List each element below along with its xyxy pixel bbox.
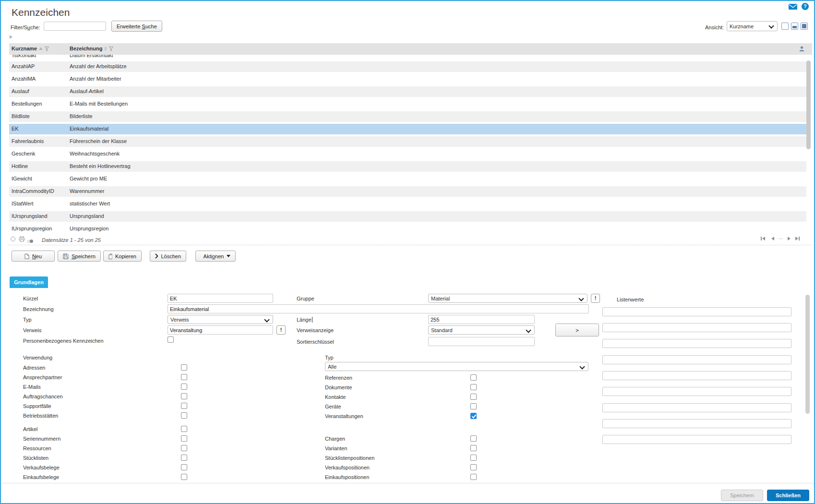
last-page-button[interactable] [795, 237, 800, 240]
gruppe-warning-button[interactable]: ! [591, 294, 600, 303]
table-row[interactable]: AnzahlAPAnzahl der Arbeitsplätze [9, 60, 806, 73]
cell-bezeichnung: Führerschein der Klasse [70, 138, 127, 144]
loeschen-button[interactable]: Löschen [150, 251, 186, 262]
listenwerte-input[interactable] [602, 307, 791, 316]
table-row[interactable]: IUrsprungsregionUrsprungsregion [9, 223, 806, 235]
view-select[interactable]: Kurzname [727, 21, 778, 31]
checkbox-emails[interactable] [181, 384, 187, 390]
cell-bezeichnung: Besteht ein Hotlinevertrag [70, 163, 131, 169]
table-scrollbar-thumb[interactable] [806, 60, 811, 149]
table-row[interactable]: AuslaufAuslauf-Artikel [9, 85, 806, 98]
checkbox-adressen[interactable] [181, 364, 187, 371]
checkbox-stuecklisten[interactable] [181, 455, 187, 461]
neu-button[interactable]: Neu [12, 251, 55, 262]
column-config-person-icon[interactable] [799, 46, 805, 52]
typ-select[interactable]: Verweis [168, 315, 273, 324]
sortierschluessel-input[interactable] [428, 337, 535, 346]
verweis-warning-button[interactable]: ! [276, 325, 286, 335]
table-row[interactable]: BestellungenE-Mails mit Bestellungen [9, 98, 806, 110]
listenwerte-input[interactable] [602, 435, 791, 444]
listenwerte-input[interactable] [602, 355, 791, 364]
checkbox-auftragschancen[interactable] [181, 393, 187, 399]
speichern-button[interactable]: Speichern [58, 251, 101, 262]
kuerzel-input[interactable] [168, 294, 273, 303]
column-header-bezeichnung[interactable]: Bezeichnung [70, 46, 113, 51]
checkbox-dokumente[interactable] [470, 384, 477, 390]
checkbox-betriebsstaetten[interactable] [181, 412, 187, 419]
view-mode-detail-icon[interactable] [801, 23, 808, 30]
aktionen-button[interactable]: Aktionen [195, 251, 236, 262]
checkbox-einkaufsbelege[interactable] [181, 474, 187, 480]
mail-icon[interactable] [789, 4, 797, 10]
transfer-listenwerte-button[interactable]: > [555, 324, 599, 336]
first-page-button[interactable] [761, 237, 765, 240]
footer-speichern-button[interactable]: Speichern [721, 490, 763, 501]
checkbox-ansprechpartner[interactable] [181, 374, 187, 380]
cell-bezeichnung: Weihnachtsgeschenk [70, 151, 120, 156]
collapse-arrow-icon[interactable] [10, 35, 12, 39]
sort-both-icon[interactable] [104, 47, 107, 51]
checkbox-veranstaltungen[interactable] [470, 413, 477, 419]
checkbox-verkaufspositionen[interactable] [470, 464, 477, 470]
prev-page-button[interactable] [771, 237, 774, 240]
laenge-input[interactable] [428, 315, 535, 324]
view-mode-split-icon[interactable] [791, 23, 798, 30]
table-row[interactable]: FahrerlaubnisFührerschein der Klasse [9, 135, 806, 148]
filter-funnel-icon[interactable] [109, 47, 113, 51]
table-row[interactable]: HotlineBesteht ein Hotlinevertrag [9, 160, 806, 173]
filter-search-input[interactable] [44, 22, 106, 31]
help-icon[interactable]: ? [802, 3, 809, 10]
listenwerte-input[interactable] [602, 387, 791, 396]
table-row[interactable]: IUrsprungslandUrsprungsland [9, 210, 806, 223]
column-header-kurzname[interactable]: Kurzname [12, 46, 49, 51]
table-row-clipped[interactable]: TstKontakt Datum Erstkontakt [9, 55, 806, 60]
checkbox-kontakte[interactable] [470, 394, 477, 400]
checkbox-artikel[interactable] [181, 426, 187, 432]
table-header: Kurzname Bezeichnung [9, 43, 812, 55]
page-ellipsis[interactable]: ... [779, 234, 783, 240]
listenwerte-input[interactable] [602, 323, 791, 332]
table-row[interactable]: BildlisteBilderliste [9, 110, 806, 123]
checkbox-ressourcen[interactable] [181, 445, 187, 451]
laenge-label: Länge [297, 316, 312, 323]
checkbox-chargen[interactable] [470, 435, 477, 442]
listenwerte-input[interactable] [602, 339, 791, 348]
tab-grundlagen[interactable]: Grundlagen [10, 276, 48, 288]
next-page-button[interactable] [788, 237, 791, 240]
footer-schliessen-button[interactable]: Schließen [767, 490, 809, 501]
form-scrollbar-thumb[interactable] [805, 295, 810, 414]
advanced-search-button[interactable]: Erweiterte Suche [111, 21, 162, 32]
verweis-input[interactable] [168, 325, 273, 335]
table-row[interactable]: IGewichtGewicht pro ME [9, 173, 806, 185]
table-row[interactable]: IntraCommodityIDWarennummer [9, 185, 806, 198]
listenwerte-input[interactable] [602, 419, 791, 428]
checkbox-personenbezogen[interactable] [168, 336, 174, 343]
verweisanzeige-select[interactable]: Standard [428, 325, 535, 335]
checkbox-geraete[interactable] [470, 403, 477, 409]
table-row[interactable]: AnzahlMAAnzahl der Mitarbeiter [9, 73, 806, 85]
listenwerte-input[interactable] [602, 371, 791, 380]
gruppe-select[interactable]: Material [428, 294, 587, 303]
listenwerte-input[interactable] [602, 403, 791, 412]
refresh-icon[interactable] [11, 237, 15, 241]
checkbox-verkaufsbelege[interactable] [181, 464, 187, 470]
view-mode-list-icon[interactable] [781, 23, 789, 30]
filter-funnel-icon[interactable] [45, 47, 49, 51]
checkbox-varianten[interactable] [470, 445, 477, 451]
sort-asc-icon[interactable] [39, 47, 43, 50]
print-icon[interactable] [19, 236, 25, 242]
checkbox-supportfaelle[interactable] [181, 403, 187, 409]
checkbox-label: Verkaufspositionen [325, 464, 370, 471]
table-row-selected[interactable]: EKEinkaufsmaterial [9, 123, 806, 135]
table-row[interactable]: IStatWertstatistischer Wert [9, 198, 806, 210]
kopieren-button[interactable]: Kopieren [103, 251, 142, 262]
checkbox-label: E-Mails [23, 384, 41, 390]
table-row[interactable]: GeschenkWeihnachtsgeschenk [9, 148, 806, 160]
records-mode-icon[interactable] [27, 238, 33, 244]
checkbox-referenzen[interactable] [470, 374, 477, 381]
checkbox-einkaufspositionen[interactable] [470, 474, 477, 480]
checkbox-stuecklistenpositionen[interactable] [470, 455, 477, 461]
typ-filter-select[interactable]: Alle [325, 362, 588, 371]
checkbox-seriennummern[interactable] [181, 435, 187, 442]
bezeichnung-input[interactable] [168, 304, 589, 313]
